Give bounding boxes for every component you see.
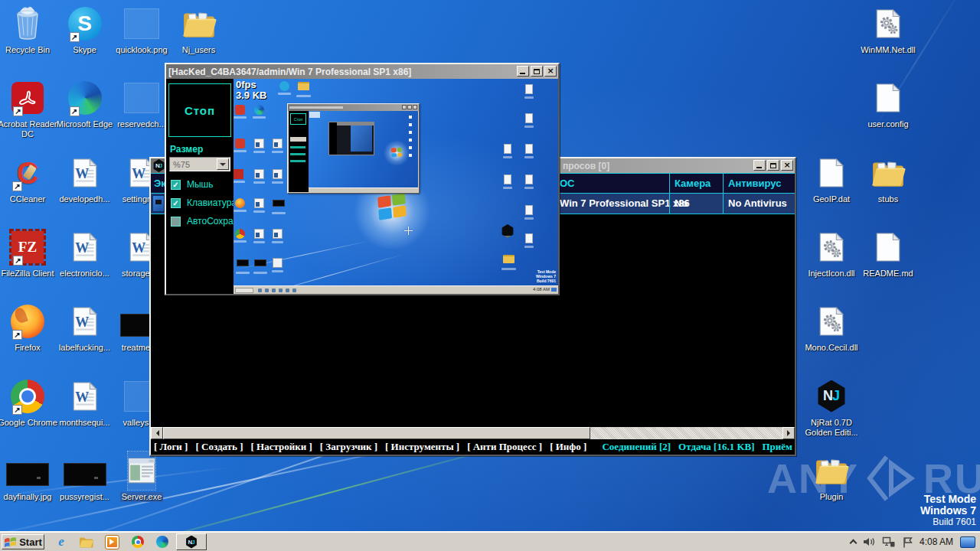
- size-combobox[interactable]: %75: [169, 157, 230, 171]
- menu-item-6[interactable]: [ Инфо ]: [550, 441, 586, 453]
- desktop-icon-stubs[interactable]: stubs: [856, 154, 920, 204]
- horizontal-scrollbar[interactable]: [151, 427, 795, 439]
- mini-icon: [235, 139, 245, 148]
- menu-item-4[interactable]: [ Инструменты ]: [385, 441, 459, 453]
- desktop-icon-readme-md[interactable]: README.md: [856, 228, 920, 279]
- tray-expand-icon[interactable]: [850, 540, 858, 547]
- maximize-button[interactable]: [767, 160, 779, 171]
- desktop-icon-injecticon-dll[interactable]: InjectIcon.dll: [799, 228, 864, 279]
- close-button[interactable]: ×: [544, 66, 557, 77]
- nested-sidebar: Стоп: [289, 111, 309, 192]
- media-player-icon[interactable]: [104, 535, 119, 549]
- size-label: Размер: [170, 144, 234, 155]
- desktop-icon-acrobat-reader-dc[interactable]: ↗Acrobat Reader DC: [0, 79, 60, 139]
- desktop-icon-developedh[interactable]: Wdevelopedh...: [53, 154, 117, 204]
- desktop-icon-dayfinally-jpg[interactable]: dayfinally.jpg: [0, 452, 60, 502]
- minimize-button[interactable]: [753, 160, 766, 171]
- checkbox-box[interactable]: [171, 217, 181, 227]
- menu-item-3[interactable]: [ Загрузчик ]: [320, 441, 377, 453]
- desktop-icon-geoip-dat[interactable]: GeoIP.dat: [799, 154, 864, 204]
- scroll-right-button[interactable]: [782, 427, 795, 439]
- checkbox-box[interactable]: ✓: [171, 180, 181, 190]
- start-button[interactable]: Start: [2, 534, 44, 549]
- app-icon: [128, 452, 155, 490]
- firefox-icon: ↗: [11, 302, 44, 341]
- checkbox-label: Мышь: [187, 179, 214, 190]
- viewer-titlebar[interactable]: [HacKed_C4BA3647/admin/Win 7 Professiona…: [166, 64, 558, 79]
- desktop-icon-server-exe[interactable]: Server.exe: [109, 452, 174, 502]
- column-camera[interactable]: Камера: [675, 178, 710, 189]
- taskbar-njrat-button[interactable]: NJ: [176, 533, 207, 550]
- desktop-icon-njrat-0-7d-golden-editi[interactable]: NJNjRat 0.7D Golden Editi...: [799, 377, 864, 438]
- stat-1: Отдача [16.1 KB]: [678, 441, 754, 453]
- menu-item-1[interactable]: [ Создать ]: [195, 441, 243, 453]
- mini-icon: [525, 174, 533, 184]
- clock[interactable]: 4:08 AM: [920, 536, 953, 547]
- svg-text:W: W: [75, 390, 89, 405]
- size-value: %75: [170, 160, 217, 169]
- desktop-icon-filezilla-client[interactable]: FZ↗FileZilla Client: [0, 228, 60, 279]
- icon-label: Skype: [71, 45, 98, 55]
- desktop-icon-firefox[interactable]: ↗Firefox: [0, 302, 60, 353]
- recycle-icon: [12, 5, 43, 43]
- desktop-icon-microsoft-edge[interactable]: ↗Microsoft Edge: [53, 79, 117, 129]
- menu-item-2[interactable]: [ Настройки ]: [250, 441, 312, 453]
- scroll-left-button[interactable]: [151, 427, 163, 439]
- column-divider: [723, 194, 724, 214]
- filezilla-icon: FZ↗: [11, 228, 44, 266]
- mini-icon: [254, 139, 264, 148]
- remote-screen-view[interactable]: 0fps 3.9 KB Стоп: [234, 79, 558, 294]
- icon-label: labelfucking...: [57, 343, 112, 353]
- skype-icon: S↗: [68, 5, 102, 43]
- show-desktop-icon[interactable]: [960, 536, 975, 548]
- menu-item-0[interactable]: [ Логи ]: [154, 441, 188, 453]
- minimize-button[interactable]: [517, 66, 529, 77]
- desktop-icon-winmm-net-dll[interactable]: WinMM.Net.dll: [856, 5, 920, 55]
- column-divider: [723, 174, 724, 193]
- desktop-icon-monthsequi[interactable]: Wmonthsequi...: [53, 377, 117, 428]
- doc-icon: [819, 154, 844, 192]
- mini-icon: [273, 258, 283, 268]
- checkbox-клавиатура[interactable]: ✓Клавиатура: [171, 197, 234, 208]
- desktop-icon-mono-cecil-dll[interactable]: Mono.Cecil.dll: [799, 302, 864, 353]
- explorer-folder-icon[interactable]: [78, 535, 93, 549]
- edge-icon[interactable]: [155, 535, 170, 549]
- menu-item-5[interactable]: [ Анти Процесс ]: [467, 441, 542, 453]
- desktop-icon-ccleaner[interactable]: C↗CCleaner: [0, 154, 60, 204]
- mini-icon: [273, 169, 283, 179]
- desktop-icon-electroniclo[interactable]: Welectroniclo...: [53, 228, 117, 279]
- maximize-button[interactable]: [531, 66, 543, 77]
- desktop-icon-user-config[interactable]: user.config: [856, 79, 920, 129]
- desktop-icon-google-chrome[interactable]: ↗Google Chrome: [0, 377, 60, 428]
- shortcut-arrow-icon: ↗: [12, 405, 22, 415]
- stop-button[interactable]: Стоп: [168, 83, 231, 137]
- internet-explorer-icon[interactable]: e: [54, 535, 69, 549]
- checkbox-автосохранение[interactable]: АвтоСохранение: [171, 216, 234, 227]
- mini-icon: [235, 105, 245, 115]
- desktop-icon-pussyregist[interactable]: pussyregist...: [53, 452, 117, 502]
- fps-value: 0fps: [236, 80, 266, 90]
- icon-label: quicklook.png: [114, 45, 168, 55]
- combobox-dropdown-button[interactable]: [217, 158, 229, 170]
- desktop-icon-quicklook-png[interactable]: quicklook.png: [109, 5, 174, 55]
- desktop-icon-nj-users[interactable]: Nj_users: [167, 5, 231, 55]
- scrollbar-track[interactable]: [590, 427, 782, 439]
- desktop-icon-skype[interactable]: S↗Skype: [53, 5, 117, 55]
- desktop-icon-labelfucking[interactable]: Wlabelfucking...: [53, 302, 117, 353]
- network-icon[interactable]: [882, 536, 895, 547]
- action-center-flag-icon[interactable]: [902, 536, 913, 548]
- close-button[interactable]: ×: [781, 160, 793, 171]
- checkbox-мышь[interactable]: ✓Мышь: [171, 179, 234, 190]
- volume-icon[interactable]: [863, 536, 875, 547]
- thumb-icon: [6, 452, 49, 490]
- icon-label: reservedch...: [116, 119, 168, 129]
- column-divider: [669, 194, 670, 214]
- njrat-window-icon: NJ: [153, 159, 165, 172]
- chrome-icon[interactable]: [130, 535, 145, 549]
- column-os[interactable]: ОС: [560, 178, 575, 189]
- scrollbar-thumb[interactable]: [163, 427, 590, 439]
- column-antivirus[interactable]: Антивирус: [728, 178, 782, 189]
- desktop-icon-plugin[interactable]: Plugin: [799, 452, 864, 502]
- checkbox-box[interactable]: ✓: [171, 198, 181, 208]
- desktop-icon-recycle-bin[interactable]: Recycle Bin: [0, 5, 60, 55]
